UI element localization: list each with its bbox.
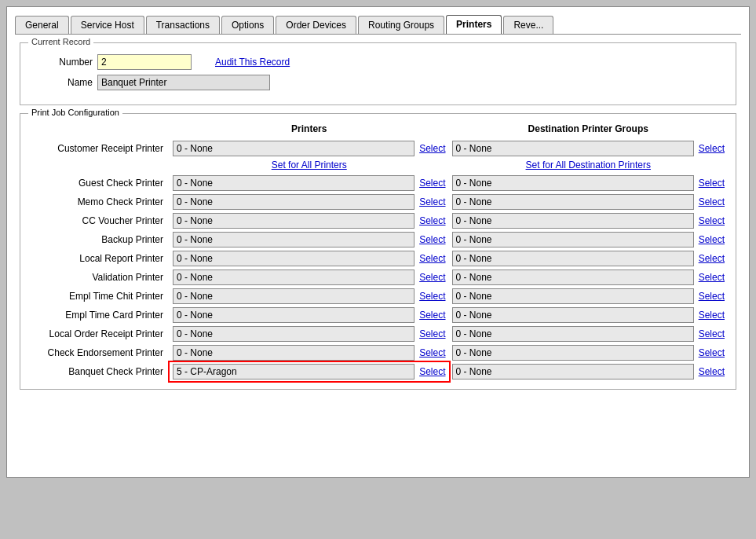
set-all-printers-cell: Set for All Printers — [170, 158, 449, 174]
select-printer-4[interactable]: Select — [419, 234, 445, 245]
dest-input-3[interactable] — [452, 213, 694, 229]
select-dest-7[interactable]: Select — [699, 291, 725, 302]
name-input[interactable] — [97, 75, 270, 90]
label-row-4: Backup Printer — [28, 230, 170, 249]
select-printer-2[interactable]: Select — [419, 196, 445, 207]
printer-input-11[interactable] — [173, 364, 415, 380]
printer-row-10: Check Endorsement PrinterSelectSelect — [28, 343, 728, 362]
tab-general[interactable]: General — [15, 16, 69, 34]
print-job-config-section: Print Job Configuration Printers Destina… — [20, 113, 736, 390]
set-all-dest-link[interactable]: Set for All Destination Printers — [526, 160, 651, 170]
select-printer-7[interactable]: Select — [419, 291, 445, 302]
tab-service-host[interactable]: Service Host — [71, 16, 144, 34]
printer-cell-left-8: Select — [170, 306, 449, 324]
select-printer-8[interactable]: Select — [419, 310, 445, 321]
select-dest-10[interactable]: Select — [699, 347, 725, 358]
set-all-row: Set for All Printers Set for All Destina… — [28, 158, 728, 174]
select-dest-6[interactable]: Select — [699, 272, 725, 283]
audit-link[interactable]: Audit This Record — [215, 57, 290, 68]
outer-frame: General Service Host Transactions Option… — [0, 0, 756, 539]
tab-transactions[interactable]: Transactions — [146, 16, 220, 34]
dest-input-1[interactable] — [452, 175, 694, 191]
current-record-section: Current Record Number Audit This Record … — [20, 42, 736, 105]
printer-input-customer-receipt[interactable] — [173, 141, 415, 156]
dest-cell-right-10: Select — [449, 343, 729, 362]
dest-cell-right-7: Select — [449, 287, 729, 306]
printer-input-5[interactable] — [173, 251, 415, 266]
printer-input-1[interactable] — [173, 175, 415, 191]
select-dest-3[interactable]: Select — [699, 215, 725, 226]
select-printer-11[interactable]: Select — [419, 366, 445, 377]
printer-input-3[interactable] — [173, 213, 415, 229]
select-printer-6[interactable]: Select — [419, 272, 445, 283]
printer-cell-left-9: Select — [170, 324, 449, 343]
dest-cell-right-6: Select — [449, 268, 729, 287]
select-printer-5[interactable]: Select — [419, 253, 445, 264]
printer-input-6[interactable] — [173, 270, 415, 285]
tab-routing-groups[interactable]: Routing Groups — [358, 16, 444, 34]
select-dest-5[interactable]: Select — [699, 253, 725, 264]
dest-input-6[interactable] — [452, 270, 694, 285]
label-row-6: Validation Printer — [28, 268, 170, 287]
tab-options[interactable]: Options — [221, 16, 274, 34]
select-dest-4[interactable]: Select — [699, 234, 725, 245]
select-printer-1[interactable]: Select — [419, 178, 445, 189]
select-dest-2[interactable]: Select — [699, 196, 725, 207]
label-row-11: Banquet Check Printer — [28, 362, 170, 381]
select-dest-11[interactable]: Select — [699, 366, 725, 377]
printer-cell-left-1: Select — [170, 174, 449, 192]
select-printer-10[interactable]: Select — [419, 347, 445, 358]
dest-input-4[interactable] — [452, 232, 694, 248]
printer-row-11: Banquet Check PrinterSelectSelect — [28, 362, 728, 381]
select-dest-9[interactable]: Select — [699, 328, 725, 339]
label-row-7: Empl Time Chit Printer — [28, 287, 170, 306]
printer-cell-left-4: Select — [170, 230, 449, 249]
label-customer-receipt: Customer Receipt Printer — [28, 139, 170, 158]
main-content: General Service Host Transactions Option… — [6, 6, 750, 478]
printer-input-7[interactable] — [173, 288, 415, 304]
number-input[interactable] — [97, 54, 192, 70]
dest-cell-right-9: Select — [449, 324, 729, 343]
dest-cell-right-8: Select — [449, 306, 729, 324]
printer-input-10[interactable] — [173, 345, 415, 361]
number-label: Number — [30, 57, 93, 68]
select-dest-8[interactable]: Select — [699, 310, 725, 321]
tab-printers[interactable]: Printers — [446, 15, 502, 34]
label-row-8: Empl Time Card Printer — [28, 306, 170, 324]
current-record-title: Current Record — [28, 37, 93, 46]
select-printer-3[interactable]: Select — [419, 215, 445, 226]
printer-cell-left-7: Select — [170, 287, 449, 306]
printer-cell-left-6: Select — [170, 268, 449, 287]
select-customer-receipt[interactable]: Select — [419, 143, 445, 154]
config-title: Print Job Configuration — [28, 108, 122, 117]
dest-input-customer-receipt[interactable] — [452, 141, 694, 156]
select-dest-1[interactable]: Select — [699, 178, 725, 189]
dest-input-9[interactable] — [452, 326, 694, 342]
dest-input-5[interactable] — [452, 251, 694, 266]
printer-row-7: Empl Time Chit PrinterSelectSelect — [28, 287, 728, 306]
dest-input-10[interactable] — [452, 345, 694, 361]
printer-row-2: Memo Check PrinterSelectSelect — [28, 192, 728, 211]
tab-reve[interactable]: Reve... — [503, 16, 553, 34]
printer-input-4[interactable] — [173, 232, 415, 248]
dest-cell-right-1: Select — [449, 174, 729, 192]
printer-row-5: Local Report PrinterSelectSelect — [28, 249, 728, 268]
set-all-dest-cell: Set for All Destination Printers — [449, 158, 729, 174]
printer-cell-left-3: Select — [170, 211, 449, 230]
dest-input-7[interactable] — [452, 288, 694, 304]
printer-cell-left-2: Select — [170, 192, 449, 211]
printer-input-2[interactable] — [173, 194, 415, 210]
select-printer-9[interactable]: Select — [419, 328, 445, 339]
label-row-10: Check Endorsement Printer — [28, 343, 170, 362]
select-dest-customer-receipt[interactable]: Select — [699, 143, 725, 154]
printers-header: Printers — [170, 120, 449, 139]
tab-order-devices[interactable]: Order Devices — [276, 16, 356, 34]
printer-input-8[interactable] — [173, 307, 415, 323]
label-row-9: Local Order Receipt Printer — [28, 324, 170, 343]
dest-input-11[interactable] — [452, 364, 694, 380]
dest-input-8[interactable] — [452, 307, 694, 323]
set-all-printers-link[interactable]: Set for All Printers — [272, 160, 347, 170]
name-label: Name — [30, 77, 93, 88]
printer-input-9[interactable] — [173, 326, 415, 342]
dest-input-2[interactable] — [452, 194, 694, 210]
